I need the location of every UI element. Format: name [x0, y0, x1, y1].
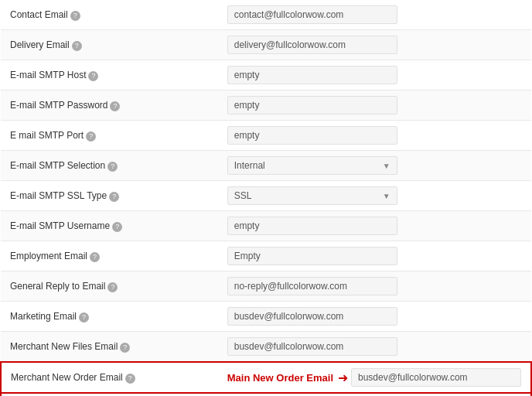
field-label: E-mail SMTP SSL Type	[10, 190, 107, 201]
field-value: Empty	[227, 247, 397, 265]
annotation-label: Main New Order Email	[227, 372, 333, 384]
label-cell: Marketing Email?	[1, 302, 218, 332]
table-row: General Reply to Email?no-reply@fullcolo…	[1, 271, 531, 302]
select-value-text: SSL	[234, 190, 252, 201]
select-field[interactable]: Internal▼	[227, 156, 397, 175]
value-cell: BCC New Order Email➜haroutd@4over.com	[218, 393, 531, 396]
help-icon[interactable]: ?	[112, 222, 122, 232]
table-row: Contact Email?contact@fullcolorwow.com	[1, 0, 531, 30]
help-icon[interactable]: ?	[86, 131, 96, 142]
value-cell: delivery@fullcolorwow.com	[218, 30, 531, 60]
label-cell: Merchant New Files Email?	[1, 332, 218, 363]
value-cell: contact@fullcolorwow.com	[218, 0, 531, 30]
table-row: Merchant New Order Email?Main New Order …	[1, 362, 531, 393]
chevron-down-icon: ▼	[383, 162, 390, 170]
table-row: E-mail SMTP Host?empty	[1, 60, 531, 90]
chevron-down-icon: ▼	[383, 192, 390, 200]
field-label: Employment Email	[10, 251, 87, 261]
table-row: E-mail SMTP Username?empty	[1, 211, 531, 241]
label-cell: E mail SMTP Port?	[1, 121, 218, 151]
table-row: E-mail SMTP SSL Type?SSL▼	[1, 181, 531, 211]
value-cell: empty	[218, 121, 531, 151]
field-value: busdev@fullcolorwow.com	[351, 368, 521, 387]
table-row: Employment Email?Empty	[1, 241, 531, 271]
field-label: E-mail SMTP Selection	[10, 160, 105, 171]
label-cell: Merchant New Order Email?	[1, 362, 218, 393]
field-value: empty	[227, 126, 397, 145]
value-cell: empty	[218, 211, 531, 241]
table-row: Merchant New Order Email (BCC)?BCC New O…	[1, 393, 531, 396]
label-cell: Merchant New Order Email (BCC)?	[1, 393, 218, 396]
table-row: Merchant New Files Email?busdev@fullcolo…	[1, 332, 531, 363]
field-value: empty	[227, 217, 397, 235]
help-icon[interactable]: ?	[107, 162, 118, 172]
help-icon[interactable]: ?	[90, 252, 100, 262]
field-label: E-mail SMTP Username	[10, 220, 110, 231]
label-cell: Contact Email?	[1, 0, 218, 30]
label-cell: Employment Email?	[1, 241, 218, 271]
table-row: E-mail SMTP Password?empty	[1, 90, 531, 121]
help-icon[interactable]: ?	[109, 192, 119, 202]
help-icon[interactable]: ?	[72, 41, 82, 51]
table-row: Marketing Email?busdev@fullcolorwow.com	[1, 302, 531, 332]
label-cell: E-mail SMTP Host?	[1, 60, 218, 90]
help-icon[interactable]: ?	[79, 312, 89, 323]
settings-table: Contact Email?contact@fullcolorwow.comDe…	[0, 0, 532, 396]
select-value-text: Internal	[234, 160, 265, 171]
label-cell: E-mail SMTP Password?	[1, 90, 218, 121]
field-value: empty	[227, 96, 397, 114]
help-icon[interactable]: ?	[107, 282, 118, 292]
annotation-container: Main New Order Email➜busdev@fullcolorwow…	[227, 368, 521, 387]
field-value: no-reply@fullcolorwow.com	[227, 277, 397, 295]
help-icon[interactable]: ?	[110, 101, 120, 111]
field-value: empty	[227, 66, 397, 84]
field-label: E mail SMTP Port	[10, 130, 84, 141]
value-cell: busdev@fullcolorwow.com	[218, 332, 531, 363]
field-label: Delivery Email	[10, 39, 70, 50]
value-cell: Empty	[218, 241, 531, 271]
settings-container: Contact Email?contact@fullcolorwow.comDe…	[0, 0, 532, 396]
label-cell: E-mail SMTP Selection?	[1, 151, 218, 181]
value-cell: busdev@fullcolorwow.com	[218, 302, 531, 332]
field-value: contact@fullcolorwow.com	[227, 5, 397, 24]
help-icon[interactable]: ?	[120, 343, 130, 353]
label-cell: E-mail SMTP Username?	[1, 211, 218, 241]
help-icon[interactable]: ?	[88, 71, 98, 81]
field-label: Merchant New Files Email	[10, 341, 118, 352]
field-label: Marketing Email	[10, 311, 77, 322]
field-value: delivery@fullcolorwow.com	[227, 36, 397, 54]
value-cell: SSL▼	[218, 181, 531, 211]
value-cell: Internal▼	[218, 151, 531, 181]
label-cell: E-mail SMTP SSL Type?	[1, 181, 218, 211]
field-label: Contact Email	[10, 9, 68, 20]
field-value: busdev@fullcolorwow.com	[227, 337, 397, 356]
value-cell: empty	[218, 60, 531, 90]
field-value: busdev@fullcolorwow.com	[227, 307, 397, 326]
field-label: Merchant New Order Email	[11, 372, 123, 383]
table-row: Delivery Email?delivery@fullcolorwow.com	[1, 30, 531, 60]
table-row: E-mail SMTP Selection?Internal▼	[1, 151, 531, 181]
value-cell: no-reply@fullcolorwow.com	[218, 271, 531, 302]
field-label: E-mail SMTP Password	[10, 100, 107, 111]
arrow-icon: ➜	[338, 370, 348, 385]
label-cell: Delivery Email?	[1, 30, 218, 60]
table-row: E mail SMTP Port?empty	[1, 121, 531, 151]
help-icon[interactable]: ?	[125, 374, 135, 384]
select-field[interactable]: SSL▼	[227, 186, 397, 205]
value-cell: Main New Order Email➜busdev@fullcolorwow…	[218, 362, 531, 393]
value-cell: empty	[218, 90, 531, 121]
field-label: General Reply to Email	[10, 281, 105, 292]
label-cell: General Reply to Email?	[1, 271, 218, 302]
help-icon[interactable]: ?	[70, 11, 80, 21]
field-label: E-mail SMTP Host	[10, 70, 86, 80]
